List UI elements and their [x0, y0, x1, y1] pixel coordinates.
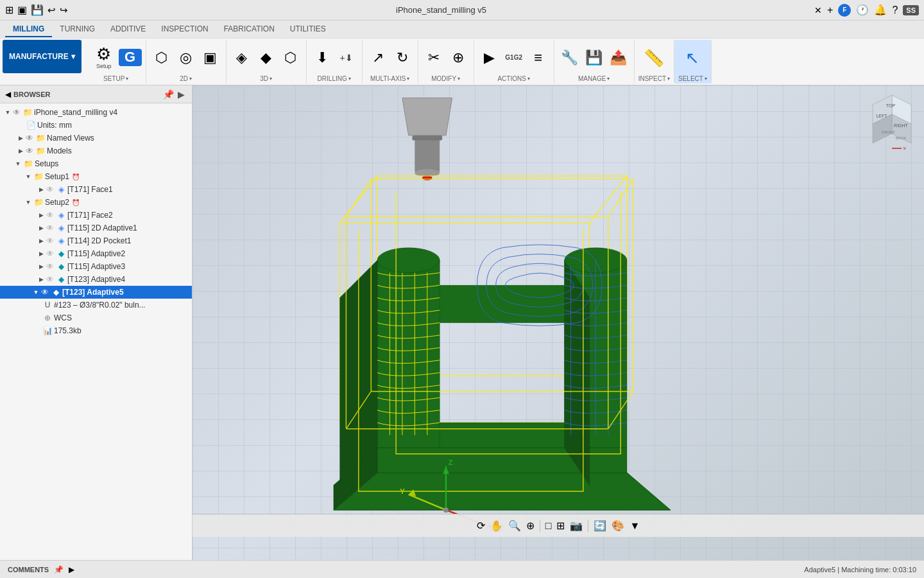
ribbon-tabs: MILLING TURNING ADDITIVE INSPECTION FABR… — [0, 21, 924, 39]
3d-btn-2[interactable]: ◆ — [255, 49, 278, 66]
viewport[interactable]: TOP LEFT RIGHT FRONT BACK X — [193, 85, 924, 560]
fit-icon[interactable]: ⊕ — [526, 520, 535, 532]
group-drilling: ⬇ +⬇ DRILLING▾ — [307, 40, 363, 83]
3d-icon-3: ⬡ — [284, 51, 296, 65]
file-menu-icon[interactable]: ▣ — [17, 4, 27, 16]
manage-btn-3[interactable]: 📤 — [607, 49, 630, 66]
display-mode-icon[interactable]: □ — [545, 520, 552, 532]
modify-btn-1[interactable]: ✂ — [422, 49, 445, 66]
tab-turning[interactable]: TURNING — [52, 22, 103, 37]
inspect-btn[interactable]: 📏 — [640, 48, 667, 67]
post-icon: ≡ — [534, 51, 542, 65]
tree-item-adaptive5[interactable]: ▼ 👁 ◆ [T123] Adaptive5 — [0, 286, 192, 299]
app-grid-icon[interactable]: ⊞ — [5, 4, 13, 16]
select-label[interactable]: SELECT▾ — [678, 75, 707, 82]
gcode-btn[interactable]: G1G2 — [502, 53, 526, 62]
refresh-icon[interactable]: 🔄 — [594, 520, 606, 532]
multiaxis-btn-2[interactable]: ↻ — [391, 49, 414, 66]
3d-label[interactable]: 3D▾ — [260, 75, 272, 82]
undo-icon[interactable]: ↩ — [47, 4, 56, 16]
actions-label[interactable]: ACTIONS▾ — [497, 75, 529, 82]
setup-btn[interactable]: ⚙ Setup — [90, 44, 117, 71]
manufacture-button[interactable]: MANUFACTURE ▾ — [3, 40, 81, 73]
save-icon[interactable]: 💾 — [31, 4, 44, 16]
drill-btn-1[interactable]: ⬇ — [311, 49, 334, 66]
tree-item-setup1[interactable]: ▼ 📁 Setup1 ⏰ — [0, 170, 192, 183]
2d-label[interactable]: 2D▾ — [180, 75, 192, 82]
units-label: Units: mm — [37, 121, 72, 130]
tree-item-face1[interactable]: ▶ 👁 ◈ [T171] Face1 — [0, 183, 192, 196]
group-multiaxis: ↗ ↻ MULTI-AXIS▾ — [363, 40, 418, 83]
3d-btn-3[interactable]: ⬡ — [279, 49, 302, 66]
tree-item-2d-pocket1[interactable]: ▶ 👁 ◈ [T114] 2D Pocket1 — [0, 234, 192, 247]
pin-icon[interactable]: 📌 — [161, 89, 176, 100]
render-icon[interactable]: 🎨 — [612, 520, 624, 532]
help-icon[interactable]: ? — [892, 4, 898, 16]
add-tab-icon[interactable]: + — [827, 4, 833, 16]
tree-item-root[interactable]: ▼ 👁 📁 iPhone_stand_milling v4 — [0, 106, 192, 119]
inspect-label[interactable]: INSPECT▾ — [638, 75, 670, 82]
grid-icon[interactable]: ⊞ — [556, 520, 565, 532]
manage-btn-1[interactable]: 🔧 — [558, 49, 581, 66]
tree-item-units[interactable]: 📄 Units: mm — [0, 119, 192, 132]
back-icon[interactable]: ◀ — [5, 90, 11, 99]
svg-point-57 — [443, 507, 449, 512]
tree-item-tool-info[interactable]: U #123 – Ø3/8"R0.02" buln... — [0, 299, 192, 311]
tab-utilities[interactable]: UTILITIES — [282, 22, 334, 37]
bell-icon[interactable]: 🔔 — [874, 4, 887, 16]
tree-item-wcs[interactable]: ⊕ WCS — [0, 311, 192, 324]
setup-label[interactable]: SETUP▾ — [103, 75, 128, 82]
3d-btn-1[interactable]: ◈ — [230, 49, 253, 66]
tree-item-setups[interactable]: ▼ 📁 Setups — [0, 157, 192, 170]
manage-btn-2[interactable]: 💾 — [583, 49, 606, 66]
orbit-icon[interactable]: ⟳ — [477, 520, 485, 532]
group-setup: ⚙ Setup G SETUP▾ — [87, 40, 146, 83]
2d-icon-2: ◎ — [180, 51, 192, 65]
models-folder-icon: 📁 — [35, 146, 46, 156]
tree-item-adaptive3[interactable]: ▶ 👁 ◆ [T115] Adaptive3 — [0, 260, 192, 273]
comments-arrow-icon[interactable]: ▶ — [69, 565, 74, 574]
redo-icon[interactable]: ↪ — [60, 4, 68, 16]
tree-item-face2[interactable]: ▶ 👁 ◈ [T171] Face2 — [0, 209, 192, 222]
2d-btn-3[interactable]: ▣ — [199, 49, 222, 66]
zoom-icon[interactable]: 🔍 — [508, 520, 521, 532]
tree-item-named-views[interactable]: ▶ 👁 📁 Named Views — [0, 132, 192, 144]
tree-item-models[interactable]: ▶ 👁 📁 Models — [0, 144, 192, 157]
drill-btn-2[interactable]: +⬇ — [335, 51, 358, 64]
tab-fabrication[interactable]: FABRICATION — [216, 22, 282, 37]
multiaxis-btn-1[interactable]: ↗ — [366, 49, 389, 66]
filter-icon[interactable]: ▼ — [629, 520, 640, 532]
multiaxis-label[interactable]: MULTI-AXIS▾ — [370, 75, 409, 82]
clock-icon[interactable]: 🕐 — [856, 4, 869, 16]
camera-icon[interactable]: 📷 — [570, 520, 583, 532]
modify-btn-2[interactable]: ⊕ — [447, 49, 470, 66]
modify-label[interactable]: MODIFY▾ — [431, 75, 460, 82]
post-btn[interactable]: ≡ — [527, 49, 550, 66]
pan-icon[interactable]: ✋ — [490, 520, 503, 532]
comments-expand-icon[interactable]: 📌 — [54, 565, 64, 574]
tab-inspection[interactable]: INSPECTION — [153, 22, 216, 37]
stock-btn[interactable]: G — [119, 49, 142, 66]
setup2-expander: ▼ — [23, 197, 33, 207]
close-icon[interactable]: ✕ — [814, 5, 822, 15]
manufacture-chevron: ▾ — [71, 52, 75, 61]
tree-item-adaptive2[interactable]: ▶ 👁 ◆ [T115] Adaptive2 — [0, 247, 192, 260]
manage-label[interactable]: MANAGE▾ — [578, 75, 610, 82]
account-icon[interactable]: SS — [903, 5, 919, 15]
tab-additive[interactable]: ADDITIVE — [103, 22, 153, 37]
tree-item-adaptive4[interactable]: ▶ 👁 ◆ [T123] Adaptive4 — [0, 273, 192, 286]
tab-milling[interactable]: MILLING — [5, 22, 52, 37]
tree-item-filesize[interactable]: 📊 175.3kb — [0, 324, 192, 337]
collapse-icon[interactable]: ▶ — [176, 89, 187, 100]
2d-btn-2[interactable]: ◎ — [175, 49, 198, 66]
simulate-btn[interactable]: ▶ — [478, 49, 501, 66]
browser-header: ◀ BROWSER 📌 ▶ — [0, 85, 192, 103]
2d-btn-1[interactable]: ⬡ — [150, 49, 173, 66]
tree-item-setup2[interactable]: ▼ 📁 Setup2 ⏰ — [0, 196, 192, 209]
drilling-label[interactable]: DRILLING▾ — [318, 75, 351, 82]
svg-line-44 — [346, 179, 371, 216]
select-btn[interactable]: ↖ — [679, 48, 706, 67]
setups-folder-icon: 📁 — [23, 159, 33, 169]
select-icon: ↖ — [685, 49, 699, 66]
tree-item-2d-adaptive1[interactable]: ▶ 👁 ◈ [T115] 2D Adaptive1 — [0, 222, 192, 234]
